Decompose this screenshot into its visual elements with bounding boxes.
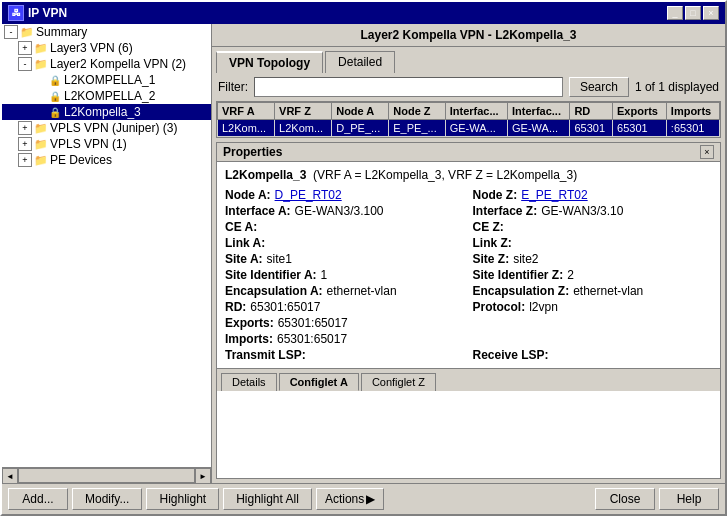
- prop-placeholder-right: [473, 316, 713, 330]
- col-vrf-z[interactable]: VRF Z: [275, 103, 332, 120]
- col-node-z[interactable]: Node Z: [389, 103, 445, 120]
- filter-row: Filter: Search 1 of 1 displayed: [212, 73, 725, 101]
- encap-z-value: ethernet-vlan: [573, 284, 643, 298]
- modify-button[interactable]: Modify...: [72, 488, 142, 510]
- help-button[interactable]: Help: [659, 488, 719, 510]
- tree-item-l2kompella2[interactable]: 🔒 L2KOMPELLA_2: [2, 88, 211, 104]
- table-row[interactable]: L2Kom... L2Kom... D_PE_... E_PE_... GE-W…: [218, 120, 720, 137]
- interface-z-label: Interface Z:: [473, 204, 538, 218]
- col-interface-z[interactable]: Interfac...: [508, 103, 570, 120]
- folder-icon-4: 📁: [34, 121, 48, 135]
- vpn-title: L2Kompella_3 (VRF A = L2Kompella_3, VRF …: [225, 168, 712, 182]
- right-panel: Layer2 Kompella VPN - L2Kompella_3 VPN T…: [212, 24, 725, 483]
- col-imports[interactable]: Imports: [666, 103, 719, 120]
- col-exports[interactable]: Exports: [613, 103, 667, 120]
- node-a-value[interactable]: D_PE_RT02: [275, 188, 342, 202]
- cell-node-z: E_PE_...: [389, 120, 445, 137]
- expand-layer3vpn[interactable]: +: [18, 41, 32, 55]
- restore-btn[interactable]: □: [685, 6, 701, 20]
- actions-button[interactable]: Actions ▶: [316, 488, 384, 510]
- prop-ce-a: CE A:: [225, 220, 465, 234]
- prop-interface-z: Interface Z: GE-WAN3/3.10: [473, 204, 713, 218]
- col-node-a[interactable]: Node A: [332, 103, 389, 120]
- left-bottom-scroll: ◄ ►: [2, 467, 211, 483]
- expand-summary[interactable]: -: [4, 25, 18, 39]
- expand-layer2kompella[interactable]: -: [18, 57, 32, 71]
- expand-vplsjuniper[interactable]: +: [18, 121, 32, 135]
- left-scroll-right[interactable]: ►: [195, 468, 211, 483]
- folder-icon-2: 📁: [34, 41, 48, 55]
- tree-item-l2kompella3[interactable]: 🔒 L2Kompella_3: [2, 104, 211, 120]
- add-button[interactable]: Add...: [8, 488, 68, 510]
- tree-item-pedevices[interactable]: + 📁 PE Devices: [2, 152, 211, 168]
- prop-ce-z: CE Z:: [473, 220, 713, 234]
- properties-title: Properties: [223, 145, 282, 159]
- close-button[interactable]: Close: [595, 488, 655, 510]
- properties-close-btn[interactable]: ×: [700, 145, 714, 159]
- site-id-z-label: Site Identifier Z:: [473, 268, 564, 282]
- prop-encap-z: Encapsulation Z: ethernet-vlan: [473, 284, 713, 298]
- tree-item-layer3vpn[interactable]: + 📁 Layer3 VPN (6): [2, 40, 211, 56]
- node-icon-selected: 🔒: [48, 105, 62, 119]
- encap-a-value: ethernet-vlan: [327, 284, 397, 298]
- close-btn[interactable]: ×: [703, 6, 719, 20]
- actions-arrow-icon: ▶: [366, 492, 375, 506]
- prop-rd: RD: 65301:65017: [225, 300, 465, 314]
- cell-rd: 65301: [570, 120, 613, 137]
- exports-value: 65301:65017: [278, 316, 348, 330]
- prop-link-a: Link A:: [225, 236, 465, 250]
- expand-pedevices[interactable]: +: [18, 153, 32, 167]
- tree-view: - 📁 Summary + 📁 Layer3 VPN (6) - 📁 Layer…: [2, 24, 211, 467]
- link-z-label: Link Z:: [473, 236, 512, 250]
- tree-item-vplsvpn[interactable]: + 📁 VPLS VPN (1): [2, 136, 211, 152]
- tree-item-l2kompella1[interactable]: 🔒 L2KOMPELLA_1: [2, 72, 211, 88]
- tree-label-l2kompella1: L2KOMPELLA_1: [64, 73, 155, 87]
- link-a-label: Link A:: [225, 236, 265, 250]
- window-title: IP VPN: [28, 6, 67, 20]
- cell-node-a: D_PE_...: [332, 120, 389, 137]
- col-interface-a[interactable]: Interfac...: [445, 103, 507, 120]
- highlight-all-button[interactable]: Highlight All: [223, 488, 312, 510]
- prop-transmit-lsp: Transmit LSP:: [225, 348, 465, 362]
- node-icon-2: 🔒: [48, 89, 62, 103]
- interface-z-value: GE-WAN3/3.10: [541, 204, 623, 218]
- left-scroll-left[interactable]: ◄: [2, 468, 18, 483]
- site-id-z-value: 2: [567, 268, 574, 282]
- prop-site-a: Site A: site1: [225, 252, 465, 266]
- tree-label-layer2kompella: Layer2 Kompella VPN (2): [50, 57, 186, 71]
- tab-detailed[interactable]: Detailed: [325, 51, 395, 73]
- inner-tab-bar: Details Configlet A Configlet Z: [217, 368, 720, 391]
- receive-lsp-label: Receive LSP:: [473, 348, 549, 362]
- ce-z-label: CE Z:: [473, 220, 504, 234]
- properties-header: Properties ×: [217, 143, 720, 162]
- highlight-button[interactable]: Highlight: [146, 488, 219, 510]
- encap-a-label: Encapsulation A:: [225, 284, 323, 298]
- col-vrf-a[interactable]: VRF A: [218, 103, 275, 120]
- expand-vplsvpn[interactable]: +: [18, 137, 32, 151]
- tab-details[interactable]: Details: [221, 373, 277, 391]
- node-z-value[interactable]: E_PE_RT02: [521, 188, 588, 202]
- left-hscroll[interactable]: [18, 468, 195, 483]
- filter-input[interactable]: [254, 77, 563, 97]
- rd-value: 65301:65017: [250, 300, 320, 314]
- prop-protocol: Protocol: l2vpn: [473, 300, 713, 314]
- tab-configlet-a[interactable]: Configlet A: [279, 373, 359, 391]
- tab-vpn-topology[interactable]: VPN Topology: [216, 51, 323, 73]
- properties-panel: Properties × L2Kompella_3 (VRF A = L2Kom…: [216, 142, 721, 479]
- folder-icon-3: 📁: [34, 57, 48, 71]
- node-a-label: Node A:: [225, 188, 271, 202]
- col-rd[interactable]: RD: [570, 103, 613, 120]
- tree-item-summary[interactable]: - 📁 Summary: [2, 24, 211, 40]
- tree-label-vplsjuniper: VPLS VPN (Juniper) (3): [50, 121, 177, 135]
- cell-vrf-a: L2Kom...: [218, 120, 275, 137]
- tree-item-layer2kompella[interactable]: - 📁 Layer2 Kompella VPN (2): [2, 56, 211, 72]
- tree-item-vplsjuniper[interactable]: + 📁 VPLS VPN (Juniper) (3): [2, 120, 211, 136]
- search-button[interactable]: Search: [569, 77, 629, 97]
- tab-configlet-z[interactable]: Configlet Z: [361, 373, 436, 391]
- node-z-label: Node Z:: [473, 188, 518, 202]
- main-content: - 📁 Summary + 📁 Layer3 VPN (6) - 📁 Layer…: [2, 24, 725, 483]
- site-id-a-value: 1: [321, 268, 328, 282]
- folder-icon: 📁: [20, 25, 34, 39]
- window-icon: 🖧: [8, 5, 24, 21]
- minimize-btn[interactable]: _: [667, 6, 683, 20]
